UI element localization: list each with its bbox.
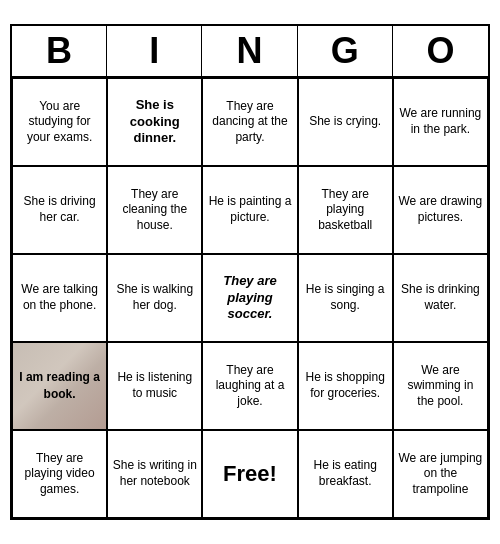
bingo-cell-21: She is writing in her notebook xyxy=(107,430,202,518)
bingo-grid: You are studying for your exams.She is c… xyxy=(12,78,488,518)
bingo-cell-9: We are drawing pictures. xyxy=(393,166,488,254)
bingo-cell-4: We are running in the park. xyxy=(393,78,488,166)
bingo-cell-10: We are talking on the phone. xyxy=(12,254,107,342)
bingo-cell-17: They are laughing at a joke. xyxy=(202,342,297,430)
bingo-header: BINGO xyxy=(12,26,488,78)
bingo-cell-24: We are jumping on the trampoline xyxy=(393,430,488,518)
bingo-cell-0: You are studying for your exams. xyxy=(12,78,107,166)
bingo-cell-5: She is driving her car. xyxy=(12,166,107,254)
bingo-cell-22: Free! xyxy=(202,430,297,518)
bingo-letter-i: I xyxy=(107,26,202,76)
bingo-cell-11: She is walking her dog. xyxy=(107,254,202,342)
bingo-letter-b: B xyxy=(12,26,107,76)
bingo-cell-1: She is cooking dinner. xyxy=(107,78,202,166)
bingo-cell-7: He is painting a picture. xyxy=(202,166,297,254)
bingo-cell-20: They are playing video games. xyxy=(12,430,107,518)
bingo-card: BINGO You are studying for your exams.Sh… xyxy=(10,24,490,520)
bingo-letter-g: G xyxy=(298,26,393,76)
bingo-cell-18: He is shopping for groceries. xyxy=(298,342,393,430)
bingo-cell-3: She is crying. xyxy=(298,78,393,166)
image-cell-text: I am reading a book. xyxy=(17,369,102,403)
bingo-cell-12: They are playing soccer. xyxy=(202,254,297,342)
bingo-letter-n: N xyxy=(202,26,297,76)
bingo-cell-8: They are playing basketball xyxy=(298,166,393,254)
bingo-cell-23: He is eating breakfast. xyxy=(298,430,393,518)
bingo-cell-19: We are swimming in the pool. xyxy=(393,342,488,430)
bingo-cell-15: I am reading a book. xyxy=(12,342,107,430)
bingo-letter-o: O xyxy=(393,26,488,76)
bingo-cell-14: She is drinking water. xyxy=(393,254,488,342)
bingo-cell-2: They are dancing at the party. xyxy=(202,78,297,166)
bingo-cell-16: He is listening to music xyxy=(107,342,202,430)
bingo-cell-13: He is singing a song. xyxy=(298,254,393,342)
bingo-cell-6: They are cleaning the house. xyxy=(107,166,202,254)
